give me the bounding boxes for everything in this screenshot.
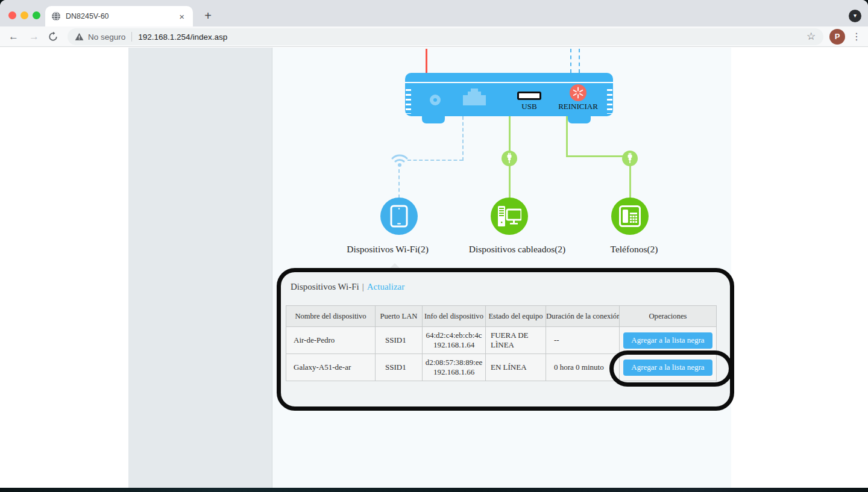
phones-label: Teléfonos(2) (568, 244, 700, 255)
device-info: 64:d2:c4:eb:cb:4c 192.168.1.64 (423, 327, 486, 354)
bookmark-star-icon[interactable]: ☆ (807, 30, 816, 43)
device-status: EN LÍNEA (486, 354, 546, 381)
forward-button[interactable]: → (29, 31, 39, 43)
restart-label: REINICIAR (546, 102, 611, 111)
phone-line (566, 116, 568, 157)
wifi-devices-node[interactable] (380, 198, 418, 235)
tab-strip: DN8245V-60 × + ▾ (0, 0, 868, 26)
tab-close-icon[interactable]: × (177, 11, 187, 22)
connection-duration: 0 hora 0 minuto (546, 354, 620, 381)
router-foot (568, 115, 591, 123)
phone-line (566, 155, 631, 157)
address-bar[interactable]: No seguro 192.168.1.254/index.asp (68, 28, 823, 45)
warning-triangle-icon (75, 33, 84, 41)
col-header-duration: Duración de la conexión (546, 306, 620, 327)
usb-port-icon (517, 92, 541, 100)
connector-icon (622, 151, 638, 166)
desktop-computer-icon (497, 206, 521, 226)
globe-favicon-icon (51, 11, 61, 21)
refresh-link[interactable]: Actualizar (367, 282, 404, 291)
phone-icon (619, 205, 641, 227)
device-ip: 192.168.1.64 (423, 340, 485, 350)
col-header-info: Info del dispositivo (423, 306, 486, 327)
col-header-name: Nombre del dispositivo (286, 306, 376, 327)
device-mac: d2:08:57:38:89:ee (423, 358, 485, 367)
device-mac: 64:d2:c4:eb:cb:4c (423, 331, 485, 340)
usb-label: USB (511, 102, 547, 111)
add-to-blacklist-button[interactable]: Agregar a la lista negra (623, 332, 712, 349)
uplink-dashed-line (579, 49, 580, 73)
table-header-row: Nombre del dispositivo Puerto LAN Info d… (286, 306, 717, 327)
back-button[interactable]: ← (8, 31, 19, 43)
ethernet-port-icon (463, 89, 486, 105)
col-header-lan: Puerto LAN (376, 306, 423, 327)
chip-divider (131, 32, 132, 42)
panel-title-text: Dispositivos Wi-Fi (291, 282, 359, 291)
router-round-port-icon (430, 95, 441, 105)
device-name: Air-de-Pedro (286, 327, 376, 354)
security-chip-label: No seguro (88, 33, 125, 42)
wifi-dashed-line (398, 169, 400, 198)
wifi-dashed-line (462, 116, 464, 161)
left-sidebar-panel (128, 48, 272, 488)
tab-search-button[interactable]: ▾ (849, 10, 861, 22)
device-lan-port: SSID1 (376, 354, 423, 381)
wifi-devices-label: Dispositivos Wi-Fi(2) (321, 244, 454, 255)
col-header-status: Estado del equipo (486, 306, 546, 327)
connection-duration: -- (546, 327, 620, 354)
wifi-icon (390, 151, 409, 168)
browser-toolbar: ← → No seguro 192.168.1.254/index.asp ☆ … (0, 26, 868, 47)
add-to-blacklist-button[interactable]: Agregar a la lista negra (623, 360, 712, 376)
operations-cell: Agregar a la lista negra (620, 327, 717, 354)
table-row: Air-de-Pedro SSID1 64:d2:c4:eb:cb:4c 192… (286, 327, 717, 354)
kebab-menu-icon[interactable]: ⋮ (852, 31, 861, 42)
uplink-dashed-line (570, 49, 571, 73)
wan-line (426, 49, 427, 73)
security-chip[interactable]: No seguro (75, 33, 125, 42)
page-content: USB REINICIAR (0, 48, 868, 488)
profile-avatar[interactable]: P (829, 29, 845, 45)
device-name: Galaxy-A51-de-ar (286, 354, 376, 381)
panel-title: Dispositivos Wi-Fi|Actualizar (291, 282, 404, 292)
new-tab-button[interactable]: + (200, 8, 216, 24)
asterisk-icon (572, 87, 584, 99)
window-close-button[interactable] (8, 11, 16, 19)
topology-area: USB REINICIAR (272, 48, 731, 488)
router-top-seam (405, 82, 613, 83)
device-status: FUERA DE LÌNEA (486, 327, 546, 354)
tab-title: DN8245V-60 (66, 12, 177, 20)
browser-tab[interactable]: DN8245V-60 × (45, 6, 193, 26)
device-info: d2:08:57:38:89:ee 192.168.1.66 (423, 354, 486, 381)
window-minimize-button[interactable] (20, 11, 28, 19)
chevron-down-icon: ▾ (854, 12, 857, 19)
url-text: 192.168.1.254/index.asp (138, 33, 227, 42)
router-foot (422, 115, 445, 123)
wifi-devices-table: Nombre del dispositivo Puerto LAN Info d… (286, 305, 717, 381)
wired-devices-label: Dispositivos cableados(2) (451, 244, 583, 255)
wired-devices-node[interactable] (491, 198, 528, 235)
tablet-icon (390, 205, 408, 228)
connector-icon (502, 151, 517, 166)
restart-button[interactable] (570, 84, 587, 101)
wifi-dashed-line (407, 160, 463, 161)
phones-node[interactable] (611, 198, 649, 235)
window-zoom-button[interactable] (33, 11, 40, 19)
device-ip: 192.168.1.66 (423, 367, 485, 377)
table-row: Galaxy-A51-de-ar SSID1 d2:08:57:38:89:ee… (286, 354, 717, 381)
wifi-devices-panel: Dispositivos Wi-Fi|Actualizar Nombre del… (279, 270, 731, 408)
router-vents-left (406, 86, 411, 114)
reload-button[interactable] (48, 32, 58, 45)
col-header-operations: Operaciones (620, 306, 717, 327)
reload-icon (48, 32, 58, 42)
title-separator: | (362, 282, 364, 291)
operations-cell: Agregar a la lista negra (620, 354, 717, 381)
browser-window: DN8245V-60 × + ▾ ← → No seguro (0, 0, 868, 488)
device-lan-port: SSID1 (376, 327, 423, 354)
